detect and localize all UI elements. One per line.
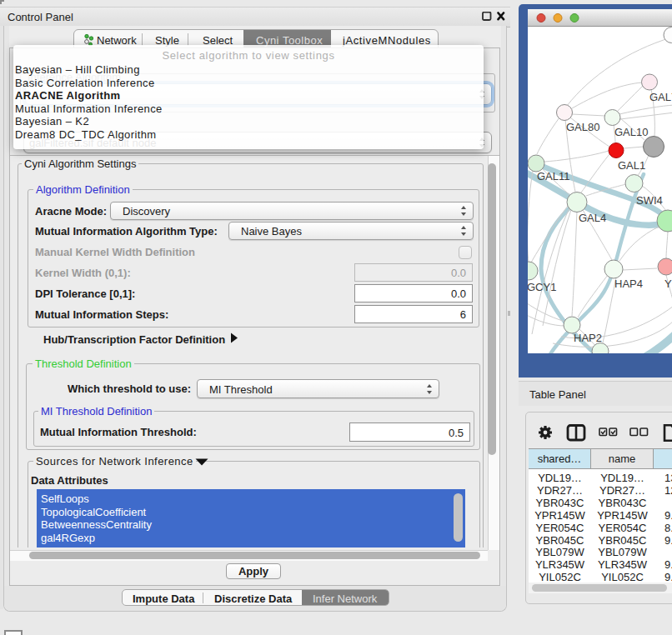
- svg-text:GAL10: GAL10: [614, 126, 648, 138]
- svg-text:GAL80: GAL80: [566, 121, 599, 133]
- svg-text:Y: Y: [664, 278, 672, 290]
- svg-text:SWI4: SWI4: [636, 194, 663, 207]
- svg-text:GAL7: GAL7: [649, 91, 672, 103]
- svg-text:GAL11: GAL11: [537, 170, 570, 182]
- svg-text:GAL1: GAL1: [618, 159, 645, 172]
- svg-text:GAL4: GAL4: [579, 212, 606, 224]
- svg-text:HAP2: HAP2: [574, 332, 602, 344]
- svg-text:HAP4: HAP4: [614, 278, 643, 290]
- svg-text:GCY1: GCY1: [528, 281, 556, 293]
